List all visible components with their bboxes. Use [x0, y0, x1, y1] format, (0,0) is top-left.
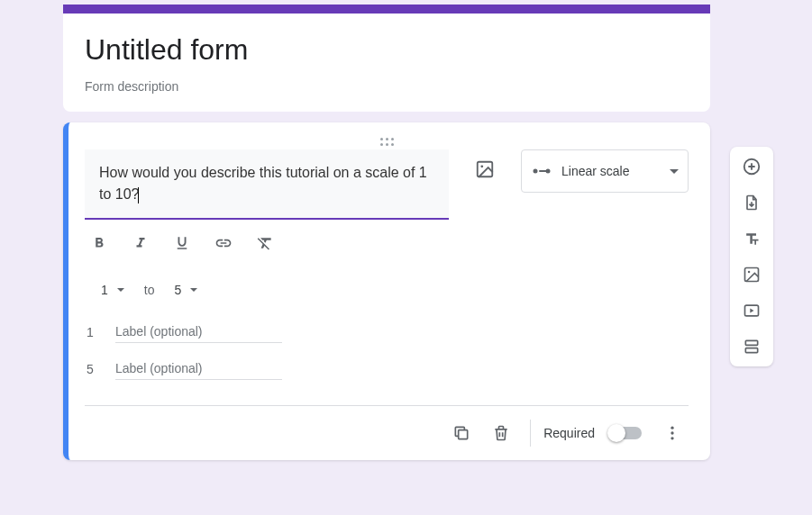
- svg-point-11: [748, 271, 751, 274]
- question-footer: Required: [85, 405, 689, 455]
- add-section-button[interactable]: [735, 334, 768, 359]
- svg-point-1: [480, 165, 483, 167]
- scale-high-label-input[interactable]: Label (optional): [115, 357, 282, 380]
- scale-high-label-row: 5 Label (optional): [85, 350, 689, 387]
- italic-button[interactable]: [130, 232, 151, 254]
- add-video-button[interactable]: [735, 298, 768, 323]
- chevron-down-icon: [670, 169, 679, 174]
- scale-range-row: 1 to 5: [85, 261, 689, 313]
- svg-point-6: [671, 427, 673, 429]
- form-title[interactable]: Untitled form: [85, 33, 689, 67]
- svg-point-8: [671, 437, 673, 439]
- required-label: Required: [543, 426, 595, 440]
- required-toggle[interactable]: [609, 427, 642, 439]
- svg-point-2: [534, 169, 538, 174]
- linear-scale-icon: [531, 160, 552, 182]
- more-options-button[interactable]: [656, 417, 689, 449]
- chevron-down-icon: [117, 288, 124, 292]
- question-text-input[interactable]: How would you describe this tutorial on …: [85, 149, 449, 220]
- add-question-button[interactable]: [735, 154, 768, 179]
- svg-rect-5: [459, 430, 468, 439]
- scale-high-index: 5: [87, 362, 97, 376]
- scale-from-select[interactable]: 1: [99, 279, 126, 301]
- add-title-button[interactable]: [735, 226, 768, 251]
- link-button[interactable]: [213, 232, 234, 254]
- drag-handle-icon[interactable]: [85, 122, 689, 149]
- scale-low-label-row: 1 Label (optional): [85, 313, 689, 350]
- chevron-down-icon: [190, 288, 197, 292]
- delete-button[interactable]: [485, 417, 517, 449]
- duplicate-button[interactable]: [445, 417, 478, 449]
- scale-low-index: 1: [87, 325, 97, 339]
- format-toolbar: [85, 220, 449, 261]
- scale-low-label-input[interactable]: Label (optional): [115, 321, 282, 343]
- import-questions-button[interactable]: [735, 190, 768, 215]
- clear-format-button[interactable]: [254, 232, 276, 254]
- form-header-card: Untitled form Form description: [63, 5, 710, 112]
- form-description[interactable]: Form description: [85, 79, 689, 94]
- svg-rect-14: [745, 348, 757, 353]
- question-type-select[interactable]: Linear scale: [521, 149, 689, 193]
- bold-button[interactable]: [88, 232, 110, 254]
- separator: [530, 420, 531, 447]
- svg-point-4: [546, 169, 551, 174]
- add-image-button[interactable]: [469, 153, 501, 185]
- question-card: How would you describe this tutorial on …: [63, 122, 710, 460]
- svg-point-7: [671, 431, 673, 434]
- add-image-sidebar-button[interactable]: [735, 262, 768, 287]
- scale-to-select[interactable]: 5: [172, 279, 199, 301]
- side-toolbar: [730, 147, 773, 366]
- scale-to-word: to: [144, 283, 155, 297]
- question-type-label: Linear scale: [561, 164, 670, 178]
- underline-button[interactable]: [171, 232, 193, 254]
- svg-rect-13: [745, 340, 757, 345]
